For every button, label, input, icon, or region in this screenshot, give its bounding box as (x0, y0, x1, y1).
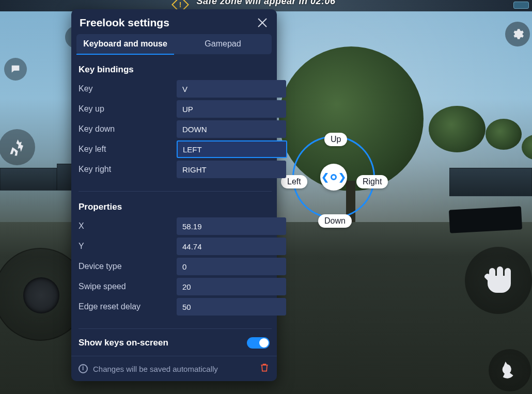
tab-keyboard-mouse[interactable]: Keyboard and mouse (76, 34, 174, 55)
row-key-right: Key right (79, 161, 270, 178)
input-key-right[interactable] (177, 161, 286, 178)
input-key[interactable] (177, 80, 286, 98)
svg-point-0 (13, 68, 14, 69)
chevron-right-icon: ❯ (338, 171, 346, 183)
attack-button[interactable] (465, 247, 532, 314)
chevron-left-icon: ❮ (321, 171, 329, 183)
svg-point-1 (15, 68, 16, 69)
row-key-down: Key down (79, 120, 270, 138)
label-show-keys: Show keys on-screen (79, 338, 168, 348)
freelook-label-up[interactable]: Up (324, 133, 347, 146)
toggle-knob (259, 338, 269, 348)
row-edge-reset-delay: Edge reset delay (79, 298, 270, 316)
row-key-left: Key left (79, 140, 270, 158)
label-key-right: Key right (79, 165, 177, 174)
row-y: Y (79, 238, 270, 255)
settings-gear-button[interactable] (505, 22, 530, 46)
label-key-up: Key up (79, 104, 177, 114)
input-x[interactable] (177, 217, 286, 235)
input-device-type[interactable] (177, 258, 286, 275)
input-swipe-speed[interactable] (177, 278, 286, 295)
tab-gamepad[interactable]: Gamepad (174, 34, 272, 54)
delete-button[interactable] (259, 363, 270, 375)
label-key: Key (79, 84, 177, 93)
row-x: X (79, 217, 270, 235)
close-icon[interactable] (256, 17, 269, 29)
palm-tree (429, 106, 486, 152)
label-key-left: Key left (79, 145, 177, 154)
label-swipe-speed: Swipe speed (79, 282, 177, 291)
freelook-label-down[interactable]: Down (318, 214, 352, 228)
freelook-center-handle[interactable]: ❮ ❯ (320, 164, 347, 191)
row-show-keys-on-screen: Show keys on-screen (71, 329, 277, 356)
input-key-left[interactable] (177, 140, 287, 158)
row-key: Key (79, 80, 270, 98)
row-key-up: Key up (79, 100, 270, 118)
freelook-label-right[interactable]: Right (356, 175, 388, 188)
row-swipe-speed: Swipe speed (79, 278, 270, 295)
input-y[interactable] (177, 238, 286, 255)
map-indicator[interactable] (513, 2, 529, 9)
row-device-type: Device type (79, 258, 270, 275)
safe-zone-timer: Safe zone will appear in 02:06 (196, 0, 335, 7)
chat-button[interactable] (4, 58, 27, 81)
panel-title: Freelook settings (80, 17, 169, 29)
palm-tree (486, 119, 522, 150)
palm-tree (522, 134, 532, 160)
building (449, 168, 532, 196)
label-edge-reset-delay: Edge reset delay (79, 302, 177, 311)
info-icon (79, 364, 88, 373)
input-key-up[interactable] (177, 100, 286, 118)
label-y: Y (79, 242, 177, 251)
panel-tabs: Keyboard and mouse Gamepad (76, 34, 272, 54)
fire-button[interactable] (489, 349, 531, 391)
sprint-button[interactable] (0, 129, 35, 165)
joystick-thumb[interactable] (23, 277, 59, 313)
svg-point-2 (17, 68, 18, 69)
toggle-show-keys[interactable] (247, 337, 270, 349)
label-x: X (79, 222, 177, 231)
building (0, 168, 57, 191)
section-title-key-bindings: Key bindings (79, 65, 270, 75)
input-key-down[interactable] (177, 120, 286, 138)
autosave-message: Changes will be saved automatically (93, 365, 254, 373)
input-edge-reset-delay[interactable] (177, 298, 286, 316)
section-title-properties: Properties (79, 202, 270, 212)
freelook-eye-icon (331, 174, 337, 180)
label-key-down: Key down (79, 124, 177, 134)
freelook-settings-panel: Freelook settings Keyboard and mouse Gam… (71, 9, 277, 381)
label-device-type: Device type (79, 262, 177, 271)
mounted-gun (449, 206, 522, 233)
freelook-overlay[interactable]: ❮ ❯ Up Down Left Right (287, 136, 380, 229)
